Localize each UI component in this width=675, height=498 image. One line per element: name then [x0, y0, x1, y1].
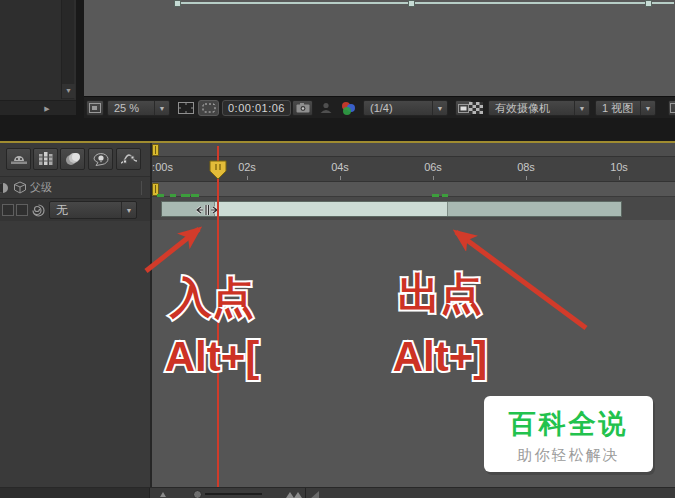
selection-handle[interactable]	[408, 0, 415, 7]
time-ruler[interactable]: 0:00s 02s 04s 06s 08s 10s	[152, 157, 675, 182]
layer-selection-edge	[177, 2, 674, 4]
timeline-navigator[interactable]	[152, 143, 675, 157]
ruler-tick-label: 0:00s	[152, 161, 173, 173]
pick-whip-icon[interactable]	[32, 204, 45, 217]
navigator-start-bracket[interactable]	[152, 144, 159, 156]
camera-value: 有效摄像机	[489, 101, 574, 116]
vertical-scrollbar[interactable]: ▼	[61, 0, 74, 99]
resolution-dropdown[interactable]: (1/4) ▼	[363, 100, 448, 116]
graph-editor-icon[interactable]	[116, 148, 141, 170]
timecode-display[interactable]: 0:00:01:06	[222, 100, 291, 116]
selection-handle[interactable]	[645, 0, 652, 7]
roi-marquee-icon[interactable]	[198, 100, 219, 116]
shy-layers-icon[interactable]	[6, 148, 31, 170]
current-time-indicator-line	[217, 146, 219, 487]
viewer-toolbar: 25 % ▼ 0:00:01:06 (1/4) ▼	[84, 96, 675, 118]
column-divider	[141, 181, 142, 195]
parent-column-header[interactable]: 父级	[0, 176, 150, 199]
selection-handle[interactable]	[174, 0, 181, 7]
zoom-in-frames-icon[interactable]	[286, 492, 294, 498]
layer-duration-bar[interactable]	[161, 201, 622, 217]
timeline-zoom-slider[interactable]	[193, 490, 202, 498]
layer-switch-box[interactable]	[16, 204, 28, 216]
watermark-badge: 百科全说 助你轻松解决	[484, 396, 653, 472]
scroll-right-icon[interactable]: ▶	[40, 102, 54, 115]
timeline-bottom-bar	[0, 487, 675, 498]
chevron-down-icon: ▼	[122, 207, 136, 214]
work-area-bar[interactable]	[152, 182, 675, 197]
ruler-tick-label: 06s	[424, 161, 442, 173]
scroll-down-icon[interactable]: ▼	[62, 84, 75, 98]
chevron-down-icon: ▼	[433, 105, 447, 112]
parent-value: 无	[50, 202, 121, 219]
zoom-out-frames-icon[interactable]	[160, 492, 166, 497]
ruler-tick-label: 04s	[331, 161, 349, 173]
watermark-title: 百科全说	[484, 406, 653, 442]
chevron-down-icon: ▼	[575, 105, 589, 112]
timeline-left-column: 父级 无 ▼	[0, 143, 150, 487]
safe-zones-icon[interactable]	[175, 100, 196, 116]
view-layout-dropdown[interactable]: 1 视图 ▼	[595, 100, 656, 116]
cube-icon	[13, 181, 27, 194]
resolution-value: (1/4)	[364, 102, 432, 114]
comp-marker-bin[interactable]	[310, 491, 319, 498]
app-window: ▼ ▶ 25 % ▼ 0:00:01:06	[0, 0, 675, 498]
layer-row-controls: 无 ▼	[0, 199, 150, 221]
magnification-dropdown[interactable]: 25 % ▼	[107, 100, 170, 116]
horizontal-scrollbar[interactable]: ▶	[0, 100, 76, 115]
chevron-down-icon: ▼	[641, 105, 655, 112]
region-of-interest-icon[interactable]	[86, 100, 104, 116]
trim-in-cursor-icon	[196, 203, 218, 217]
parent-dropdown[interactable]: 无 ▼	[49, 201, 137, 219]
show-channel-icon[interactable]	[337, 100, 358, 116]
ruler-tick-label: 08s	[517, 161, 535, 173]
side-panel: ▼ ▶	[0, 0, 76, 115]
frame-blending-icon[interactable]	[33, 148, 58, 170]
magnification-value: 25 %	[108, 102, 154, 114]
view-layout-value: 1 视图	[596, 101, 640, 116]
transparency-grid-icon[interactable]	[466, 100, 485, 116]
composition-viewer[interactable]	[84, 0, 675, 96]
chevron-down-icon: ▼	[155, 105, 169, 112]
timecode-value: 0:00:01:06	[228, 102, 285, 114]
ruler-tick-label: 02s	[238, 161, 256, 173]
show-snapshot-icon[interactable]	[317, 100, 334, 116]
timeline-switches-row	[0, 143, 150, 176]
motion-blur-icon[interactable]	[60, 148, 85, 170]
layer-track	[152, 197, 675, 220]
layer-switch-box[interactable]	[2, 204, 14, 216]
brainstorm-icon[interactable]	[88, 148, 113, 170]
half-circle-icon	[0, 182, 10, 194]
snapshot-camera-icon[interactable]	[292, 100, 313, 116]
ruler-tick-label: 10s	[610, 161, 628, 173]
zoom-in-frames-icon[interactable]	[294, 492, 302, 498]
clipped-toolbar-icon[interactable]	[668, 100, 675, 116]
watermark-subtitle: 助你轻松解决	[484, 446, 653, 465]
panel-divider	[150, 143, 152, 498]
camera-dropdown[interactable]: 有效摄像机 ▼	[488, 100, 590, 116]
current-time-indicator-head[interactable]	[209, 160, 227, 181]
parent-header-label: 父级	[30, 180, 52, 195]
layer-trimmed-segment[interactable]	[214, 202, 448, 216]
